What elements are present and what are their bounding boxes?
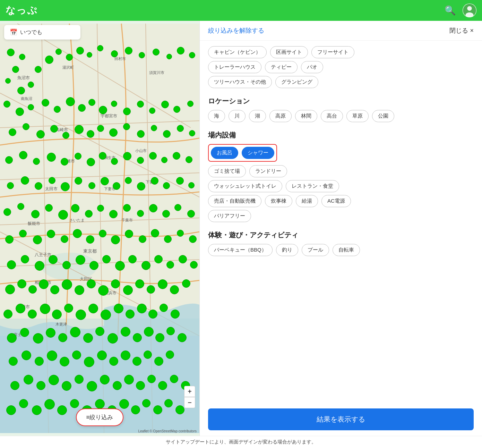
map-dot bbox=[173, 152, 180, 160]
tag-cookhouse[interactable]: 炊事棟 bbox=[265, 195, 292, 207]
show-results-button[interactable]: 結果を表示する bbox=[208, 408, 474, 430]
tag-laundry[interactable]: ランドリー bbox=[249, 165, 287, 177]
map-dot bbox=[147, 285, 155, 294]
map-dot bbox=[16, 108, 24, 116]
tag-treehouse[interactable]: ツリーハウス・その他 bbox=[208, 76, 272, 88]
map-dot bbox=[83, 333, 93, 343]
tag-park[interactable]: 公園 bbox=[372, 110, 394, 122]
map-dot bbox=[121, 350, 130, 360]
map-dot bbox=[49, 255, 58, 264]
tag-river[interactable]: 川 bbox=[229, 110, 246, 122]
tag-washlet[interactable]: ウォッシュレット式トイレ bbox=[208, 180, 282, 192]
map-dot bbox=[137, 210, 144, 217]
tag-kakaku-site[interactable]: 区画サイト bbox=[270, 46, 308, 58]
tag-highland[interactable]: 高原 bbox=[269, 110, 292, 122]
map-dot bbox=[179, 255, 187, 263]
tag-trailer-house[interactable]: トレーラーハウス bbox=[208, 61, 261, 73]
map-dot bbox=[151, 125, 157, 131]
tag-bath[interactable]: お風呂 bbox=[211, 147, 238, 159]
map-dot bbox=[42, 99, 49, 107]
tag-barrier-free[interactable]: バリアフリー bbox=[208, 210, 251, 222]
map-dot bbox=[87, 52, 92, 58]
tag-restaurant[interactable]: レストラン・食堂 bbox=[286, 180, 339, 192]
map-dot bbox=[55, 49, 62, 55]
zoom-in-button[interactable]: + bbox=[184, 386, 195, 397]
tag-tipi[interactable]: ティピー bbox=[265, 61, 298, 73]
map-dot bbox=[174, 204, 181, 211]
location-section-title: ロケーション bbox=[208, 96, 474, 106]
map-dot bbox=[142, 399, 150, 407]
zoom-out-button[interactable]: − bbox=[184, 397, 195, 408]
map-dot bbox=[76, 310, 86, 320]
map-dot bbox=[6, 405, 16, 415]
map-dot bbox=[97, 205, 104, 212]
map-dot bbox=[153, 49, 160, 56]
tag-sea[interactable]: 海 bbox=[208, 110, 225, 122]
map-dot bbox=[66, 97, 75, 106]
map-dot bbox=[166, 54, 172, 59]
map-dot bbox=[182, 279, 190, 288]
map-dot bbox=[62, 381, 71, 391]
map-dot bbox=[10, 381, 19, 390]
tag-fishing[interactable]: 釣り bbox=[276, 244, 298, 256]
avatar[interactable] bbox=[463, 3, 476, 17]
tag-glamping[interactable]: グランピング bbox=[275, 76, 318, 88]
map-dot bbox=[115, 261, 125, 271]
map-dot bbox=[62, 261, 71, 269]
search-icon[interactable]: 🔍 bbox=[445, 5, 456, 16]
map-dot bbox=[47, 350, 57, 361]
map-dot bbox=[97, 45, 103, 51]
map-dot bbox=[177, 47, 184, 54]
map-dot bbox=[33, 333, 43, 344]
tag-forest[interactable]: 林間 bbox=[295, 110, 317, 122]
tag-lake[interactable]: 湖 bbox=[249, 110, 266, 122]
map-dot bbox=[36, 130, 45, 138]
map-dot bbox=[144, 327, 154, 337]
map-dot bbox=[131, 405, 140, 414]
map-dot bbox=[89, 261, 98, 270]
close-button[interactable]: 閉じる × bbox=[449, 26, 474, 35]
tag-cabin[interactable]: キャビン（ケビン） bbox=[208, 46, 267, 58]
map-dot bbox=[137, 101, 144, 108]
map-dot bbox=[137, 182, 145, 191]
tag-ac[interactable]: AC電源 bbox=[321, 195, 351, 207]
map-dot bbox=[148, 310, 157, 319]
tag-hilltop[interactable]: 高台 bbox=[321, 110, 343, 122]
map-dot bbox=[136, 381, 145, 390]
map-dot bbox=[133, 333, 142, 342]
tag-pao[interactable]: パオ bbox=[301, 61, 323, 73]
map-dot bbox=[101, 310, 111, 320]
map-dot bbox=[86, 235, 94, 244]
svg-point-1 bbox=[467, 6, 472, 11]
tag-prairie[interactable]: 草原 bbox=[346, 110, 369, 122]
map-dot bbox=[7, 333, 17, 343]
map-dot bbox=[75, 125, 84, 134]
tag-free-site[interactable]: フリーサイト bbox=[311, 46, 354, 58]
tag-hotwater[interactable]: 給湯 bbox=[296, 195, 318, 207]
tag-shower[interactable]: シャワー bbox=[242, 147, 274, 159]
tag-shop[interactable]: 売店・自動販売機 bbox=[208, 195, 261, 207]
activities-tags-row: バーベキュー（BBQ） 釣り プール 自転車 bbox=[208, 244, 474, 256]
date-filter-box[interactable]: 📅 いつでも bbox=[4, 25, 80, 40]
map-dot bbox=[66, 54, 73, 61]
facilities-tags-row-4: バリアフリー bbox=[208, 210, 474, 222]
map-dot bbox=[35, 66, 42, 73]
map-dot bbox=[173, 106, 180, 113]
panel-header: 絞り込みを解除する 閉じる × bbox=[200, 21, 482, 41]
map-dot bbox=[49, 177, 55, 184]
tag-bicycle[interactable]: 自転車 bbox=[333, 244, 360, 256]
map-dot bbox=[20, 328, 29, 337]
map-dot bbox=[24, 375, 33, 384]
tag-bbq[interactable]: バーベキュー（BBQ） bbox=[208, 244, 273, 256]
map-dot bbox=[19, 54, 25, 60]
tag-pool[interactable]: プール bbox=[302, 244, 329, 256]
map-dot bbox=[111, 101, 117, 107]
map-dot bbox=[5, 156, 13, 164]
map-dot bbox=[177, 230, 184, 237]
tag-trash[interactable]: ゴミ捨て場 bbox=[208, 165, 246, 177]
map-dot bbox=[155, 333, 164, 342]
map-dot bbox=[125, 47, 132, 54]
clear-filter-link[interactable]: 絞り込みを解除する bbox=[208, 26, 264, 35]
footer-note: サイトアップデートにより、画面デザインが変わる場合があります。 bbox=[0, 436, 482, 448]
filter-button[interactable]: ≡絞り込み bbox=[76, 408, 124, 426]
